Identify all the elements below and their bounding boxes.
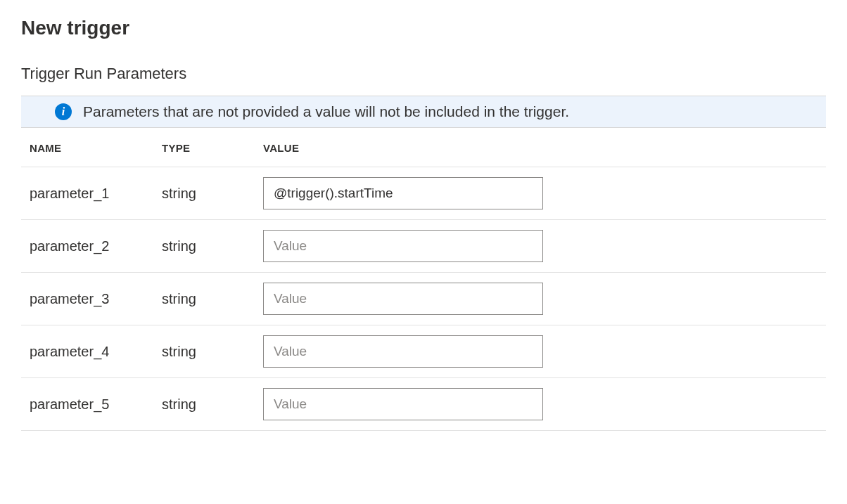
column-header-type: TYPE <box>162 142 263 154</box>
param-type: string <box>162 186 263 202</box>
param-name: parameter_2 <box>21 238 162 254</box>
info-icon: i <box>55 103 72 120</box>
parameters-table: NAME TYPE VALUE parameter_1 string param… <box>21 128 826 431</box>
param-value-input[interactable] <box>263 283 543 315</box>
column-header-value: VALUE <box>263 142 826 154</box>
param-name: parameter_1 <box>21 186 162 202</box>
param-type: string <box>162 238 263 254</box>
column-header-name: NAME <box>21 142 162 154</box>
param-name: parameter_3 <box>21 291 162 307</box>
table-header: NAME TYPE VALUE <box>21 128 826 167</box>
param-type: string <box>162 291 263 307</box>
param-value-input[interactable] <box>263 335 543 368</box>
table-row: parameter_4 string <box>21 325 826 378</box>
section-title: Trigger Run Parameters <box>21 65 826 83</box>
info-icon-glyph: i <box>62 105 65 118</box>
table-row: parameter_1 string <box>21 167 826 220</box>
info-banner: i Parameters that are not provided a val… <box>21 96 826 128</box>
param-type: string <box>162 344 263 360</box>
page-title: New trigger <box>21 17 826 39</box>
param-value-input[interactable] <box>263 388 543 420</box>
param-name: parameter_4 <box>21 344 162 360</box>
table-row: parameter_2 string <box>21 220 826 273</box>
param-name: parameter_5 <box>21 396 162 413</box>
table-row: parameter_3 string <box>21 273 826 325</box>
param-type: string <box>162 396 263 413</box>
info-banner-text: Parameters that are not provided a value… <box>83 103 569 120</box>
param-value-input[interactable] <box>263 177 543 209</box>
param-value-input[interactable] <box>263 230 543 262</box>
table-row: parameter_5 string <box>21 378 826 431</box>
